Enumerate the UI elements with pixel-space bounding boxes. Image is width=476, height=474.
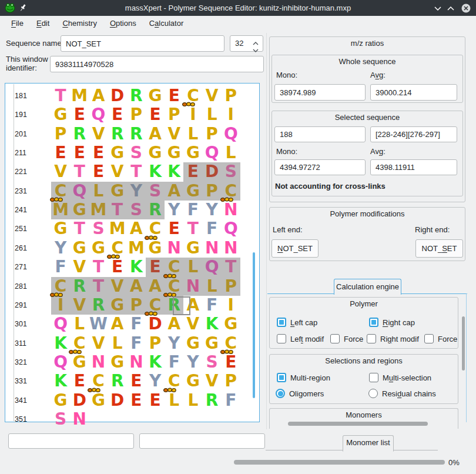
residue-E192[interactable]: E: [70, 105, 89, 124]
check-indicator[interactable]: [277, 334, 286, 343]
check-indicator[interactable]: [369, 373, 378, 382]
residue-P209[interactable]: P: [203, 125, 222, 143]
residue-E335[interactable]: E: [127, 372, 146, 390]
residue-G251[interactable]: G: [51, 219, 70, 238]
residue-Q219[interactable]: Q: [203, 143, 222, 162]
residue-F259[interactable]: F: [203, 219, 222, 238]
residue-R205[interactable]: R: [127, 125, 146, 143]
residue-L289[interactable]: L: [203, 277, 222, 296]
selected-count-value[interactable]: [274, 126, 366, 142]
residue-I200[interactable]: I: [222, 105, 240, 124]
sequence-row[interactable]: KECREYCGVP: [51, 372, 243, 391]
menu-options[interactable]: Options: [103, 16, 143, 31]
residue-C312[interactable]: C: [70, 334, 89, 353]
residue-P295[interactable]: P: [127, 296, 146, 315]
sequence-row[interactable]: SN: [51, 410, 243, 429]
residue-P190[interactable]: P: [222, 86, 240, 105]
menu-edit[interactable]: Edit: [30, 16, 56, 31]
residue-G268[interactable]: G: [183, 239, 202, 258]
residue-G341[interactable]: G: [51, 391, 70, 410]
residue-A183[interactable]: A: [89, 86, 108, 105]
residue-T252[interactable]: T: [70, 219, 89, 238]
residue-C287[interactable]: C: [165, 277, 183, 296]
residue-E346[interactable]: E: [146, 391, 165, 410]
residue-V224[interactable]: V: [108, 162, 127, 181]
residue-M243[interactable]: M: [89, 201, 108, 219]
checkbox-right-cap[interactable]: Right cap: [369, 317, 415, 328]
whole-mono-value[interactable]: [274, 84, 366, 101]
residue-I291[interactable]: I: [51, 296, 70, 315]
radio-residual-chains[interactable]: Residual chains: [368, 388, 436, 399]
residue-Y317[interactable]: Y: [165, 334, 183, 353]
residue-K331[interactable]: K: [51, 372, 70, 390]
residue-V313[interactable]: V: [89, 334, 108, 353]
window-identifier-input[interactable]: [50, 56, 264, 72]
residue-E196[interactable]: E: [146, 105, 165, 124]
check-indicator[interactable]: [367, 334, 376, 343]
residue-E330[interactable]: E: [222, 353, 240, 372]
residue-Q260[interactable]: Q: [222, 219, 240, 238]
residue-S230[interactable]: S: [222, 162, 240, 181]
residue-P316[interactable]: P: [146, 334, 165, 353]
residue-V221[interactable]: V: [51, 162, 70, 181]
residue-G263[interactable]: G: [89, 239, 108, 258]
residue-W303[interactable]: W: [89, 315, 108, 333]
editor-scrollbar[interactable]: [253, 252, 255, 398]
residue-R204[interactable]: R: [108, 125, 127, 143]
right-panel-horizontal-scrollbar[interactable]: [288, 422, 428, 426]
sequence-row[interactable]: VTEVTKKEDS: [51, 162, 243, 182]
residue-R349[interactable]: R: [203, 391, 222, 410]
sequence-row[interactable]: TMADRGECVP: [51, 86, 243, 106]
residue-S253[interactable]: S: [89, 219, 108, 238]
residue-L220[interactable]: L: [222, 143, 240, 162]
residue-G214[interactable]: G: [108, 143, 127, 162]
residue-Y247[interactable]: Y: [165, 201, 183, 219]
residue-F305[interactable]: F: [127, 315, 146, 333]
residue-G234[interactable]: G: [108, 182, 127, 201]
radio-indicator[interactable]: [368, 389, 378, 398]
residue-L199[interactable]: L: [203, 105, 222, 124]
residue-A206[interactable]: A: [146, 125, 165, 143]
residue-V203[interactable]: V: [89, 125, 108, 143]
residue-G322[interactable]: G: [70, 353, 89, 372]
tab-calculation-engine[interactable]: Calculation engine: [334, 279, 401, 295]
close-button[interactable]: [461, 3, 471, 14]
residue-E228[interactable]: E: [183, 162, 202, 181]
residue-E332[interactable]: E: [70, 372, 89, 390]
maximize-button[interactable]: [445, 3, 456, 14]
residue-R202[interactable]: R: [70, 125, 89, 143]
check-indicator[interactable]: [369, 318, 378, 327]
checkbox-right-modif[interactable]: Right modif: [367, 333, 419, 344]
residue-E276[interactable]: E: [146, 258, 165, 276]
selected-avg-value[interactable]: [370, 159, 457, 175]
check-indicator[interactable]: [277, 318, 286, 327]
sequence-row[interactable]: MGMTSRYFYN: [51, 201, 243, 220]
residue-V272[interactable]: V: [70, 258, 89, 276]
residue-K227[interactable]: K: [165, 162, 183, 181]
residue-N269[interactable]: N: [203, 239, 222, 258]
residue-G266[interactable]: G: [146, 239, 165, 258]
menu-chemistry[interactable]: Chemistry: [56, 16, 103, 31]
residue-E257[interactable]: E: [165, 219, 183, 238]
residue-V189[interactable]: V: [203, 86, 222, 105]
residue-Y336[interactable]: Y: [146, 372, 165, 390]
residue-D184[interactable]: D: [108, 86, 127, 105]
residue-Y328[interactable]: Y: [183, 353, 202, 372]
residue-L233[interactable]: L: [89, 182, 108, 201]
menu-file[interactable]: File: [5, 16, 30, 31]
residue-E223[interactable]: E: [89, 162, 108, 181]
residue-A304[interactable]: A: [108, 315, 127, 333]
residue-C281[interactable]: C: [51, 277, 70, 296]
residue-G319[interactable]: G: [203, 334, 222, 353]
residue-Y261[interactable]: Y: [51, 239, 70, 258]
sequence-row[interactable]: YGGCMGNGNN: [51, 239, 243, 258]
sequence-row[interactable]: CRTVAACNLP: [51, 277, 243, 296]
sequence-row[interactable]: GTSMACETFQ: [51, 219, 243, 239]
residue-Q210[interactable]: Q: [222, 125, 240, 143]
residue-T244[interactable]: T: [108, 201, 127, 219]
residue-G262[interactable]: G: [70, 239, 89, 258]
residue-Y249[interactable]: Y: [203, 201, 222, 219]
minimize-button[interactable]: [433, 3, 443, 14]
check-indicator[interactable]: [277, 373, 286, 382]
residue-R334[interactable]: R: [108, 372, 127, 390]
